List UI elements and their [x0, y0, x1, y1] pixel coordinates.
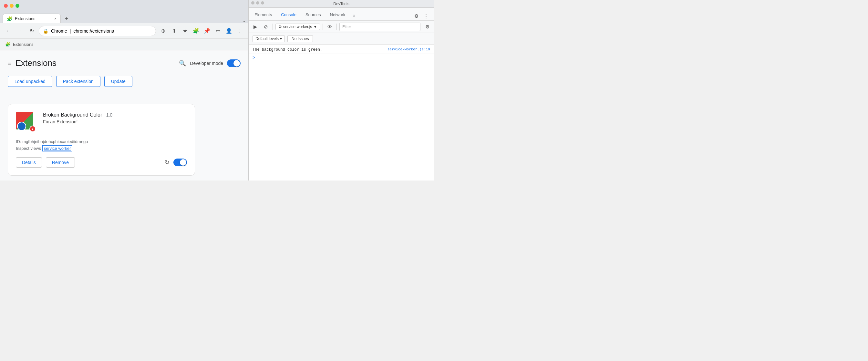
- extension-id-label: ID:: [16, 139, 21, 144]
- sw-selector-arrow: ▼: [313, 25, 317, 29]
- share-icon[interactable]: ⬆: [169, 27, 179, 35]
- tab-console[interactable]: Console: [276, 10, 301, 20]
- extensions-tab[interactable]: 🧩 Extensions ×: [3, 13, 61, 23]
- console-message-text: The background color is green.: [252, 47, 388, 53]
- eye-icon[interactable]: 👁: [326, 23, 334, 31]
- inspect-label: Inspect views: [16, 146, 41, 151]
- devtools-titlebar: DevTools: [249, 0, 434, 8]
- refresh-button[interactable]: ↻: [27, 27, 36, 35]
- traffic-light-close[interactable]: [4, 4, 8, 8]
- forward-button[interactable]: →: [16, 27, 25, 35]
- extension-card-top: ● Broken Background Color 1.0 Fix an Ext…: [16, 112, 187, 133]
- browser-panel: 🧩 Extensions × + ⌄ ← → ↻ 🔒 Chrome | chro…: [0, 0, 249, 181]
- remove-button[interactable]: Remove: [46, 157, 75, 168]
- update-button[interactable]: Update: [104, 76, 132, 87]
- back-button[interactable]: ←: [4, 27, 13, 35]
- devtools-tl-1[interactable]: [251, 1, 254, 4]
- console-line: The background color is green. service-w…: [249, 46, 434, 54]
- extensions-page: ≡ Extensions 🔍 Developer mode Load unpac…: [0, 50, 248, 181]
- address-bar: ← → ↻ 🔒 Chrome | chrome://extensions ⊕ ⬆…: [0, 23, 248, 39]
- service-worker-selector[interactable]: ⚙ service-worker.js ▼: [275, 24, 320, 30]
- profile-icon[interactable]: 👤: [224, 27, 234, 35]
- extension-card: ● Broken Background Color 1.0 Fix an Ext…: [8, 104, 195, 176]
- search-button[interactable]: 🔍: [179, 60, 186, 67]
- toolbar-separator-1: [273, 24, 273, 30]
- breadcrumb-icon: 🧩: [5, 42, 10, 47]
- default-levels-label: Default levels: [255, 36, 279, 41]
- page-title: Extensions: [16, 58, 57, 68]
- menu-icon[interactable]: ⋮: [236, 27, 244, 35]
- load-unpacked-button[interactable]: Load unpacked: [8, 76, 52, 87]
- no-issues-label: No Issues: [291, 36, 309, 41]
- tab-close-button[interactable]: ×: [54, 17, 57, 21]
- console-prompt[interactable]: >: [249, 54, 434, 62]
- extension-name-line: Broken Background Color 1.0: [43, 112, 187, 118]
- breadcrumb-label: Extensions: [13, 42, 34, 47]
- pack-extension-button[interactable]: Pack extension: [56, 76, 100, 87]
- filter-input[interactable]: [339, 23, 421, 31]
- pin-icon[interactable]: 📌: [203, 27, 212, 35]
- tab-network-label: Network: [330, 12, 345, 17]
- extension-name: Broken Background Color: [43, 112, 102, 118]
- new-tab-button[interactable]: +: [62, 14, 71, 23]
- traffic-light-maximize[interactable]: [16, 4, 20, 8]
- devtools-toolbar-icons: ⚙ ⋮: [409, 12, 433, 20]
- star-icon[interactable]: ★: [181, 27, 190, 35]
- default-levels-button[interactable]: Default levels ▾: [252, 35, 285, 42]
- service-worker-link[interactable]: service worker: [42, 145, 73, 151]
- breadcrumb-bar: 🧩 Extensions: [0, 39, 248, 50]
- tab-elements-label: Elements: [254, 12, 272, 17]
- extension-logo-badge: ●: [29, 126, 36, 132]
- no-entry-icon[interactable]: ⊘: [261, 23, 270, 31]
- zoom-icon[interactable]: ⊕: [159, 27, 167, 35]
- console-source-link[interactable]: service-worker.js:19: [388, 47, 430, 52]
- devtools-tl-2[interactable]: [256, 1, 259, 4]
- developer-mode-toggle[interactable]: [227, 59, 241, 67]
- tab-elements[interactable]: Elements: [250, 10, 276, 20]
- extensions-header-left: ≡ Extensions: [8, 58, 57, 68]
- prompt-arrow-icon: >: [252, 55, 255, 60]
- extension-id-value: mgfbhjnibhjdehcphiocaoiediidmngo: [22, 139, 88, 144]
- extensions-header-right: 🔍 Developer mode: [179, 59, 241, 67]
- browser-toolbar: ⊕ ⬆ ★ 🧩 📌 ▭ 👤 ⋮: [159, 27, 244, 35]
- tab-sources[interactable]: Sources: [301, 10, 326, 20]
- scheme-icon: 🔒: [43, 28, 49, 34]
- action-buttons: Load unpacked Pack extension Update: [8, 76, 241, 87]
- sw-selector-label: service-worker.js: [283, 25, 312, 29]
- tab-menu-button[interactable]: ⌄: [242, 18, 246, 23]
- console-levels-bar: Default levels ▾ No Issues: [249, 33, 434, 44]
- extension-info: Broken Background Color 1.0 Fix an Exten…: [43, 112, 187, 124]
- console-output: The background color is green. service-w…: [249, 44, 434, 181]
- devtools-settings-icon[interactable]: ⚙: [412, 12, 421, 20]
- extension-version: 1.0: [106, 112, 113, 118]
- tab-sources-label: Sources: [306, 12, 321, 17]
- default-levels-arrow: ▾: [280, 36, 282, 41]
- extension-id: ID: mgfbhjnibhjdehcphiocaoiediidmngo: [16, 139, 187, 144]
- title-bar: [0, 0, 248, 11]
- devtools-tl-3[interactable]: [261, 1, 264, 4]
- url-separator: |: [70, 28, 71, 34]
- toolbar-separator-2: [322, 24, 323, 30]
- reload-extension-button[interactable]: ↻: [165, 159, 169, 166]
- traffic-light-minimize[interactable]: [10, 4, 13, 8]
- puzzle-icon[interactable]: 🧩: [191, 27, 200, 35]
- console-settings-icon[interactable]: ⚙: [423, 23, 431, 31]
- no-issues-button[interactable]: No Issues: [287, 35, 313, 42]
- hamburger-menu-button[interactable]: ≡: [8, 59, 11, 67]
- toolbar-separator-3: [337, 24, 337, 30]
- url-bar[interactable]: 🔒 Chrome | chrome://extensions: [39, 26, 156, 36]
- extension-card-actions: Details Remove ↻: [16, 157, 187, 168]
- tab-puzzle-icon: 🧩: [7, 16, 12, 21]
- extension-enable-toggle[interactable]: [174, 158, 187, 166]
- devtools-title: DevTools: [333, 2, 349, 6]
- sidebar-icon[interactable]: ▭: [213, 27, 222, 35]
- tab-more-button[interactable]: »: [350, 10, 359, 20]
- extension-logo: ●: [16, 112, 36, 133]
- details-button[interactable]: Details: [16, 157, 42, 168]
- tab-console-label: Console: [281, 12, 297, 17]
- tab-network[interactable]: Network: [326, 10, 350, 20]
- devtools-more-icon[interactable]: ⋮: [422, 12, 430, 20]
- traffic-lights: [4, 4, 20, 8]
- play-icon[interactable]: ▶: [251, 23, 259, 31]
- extensions-header: ≡ Extensions 🔍 Developer mode: [8, 58, 241, 68]
